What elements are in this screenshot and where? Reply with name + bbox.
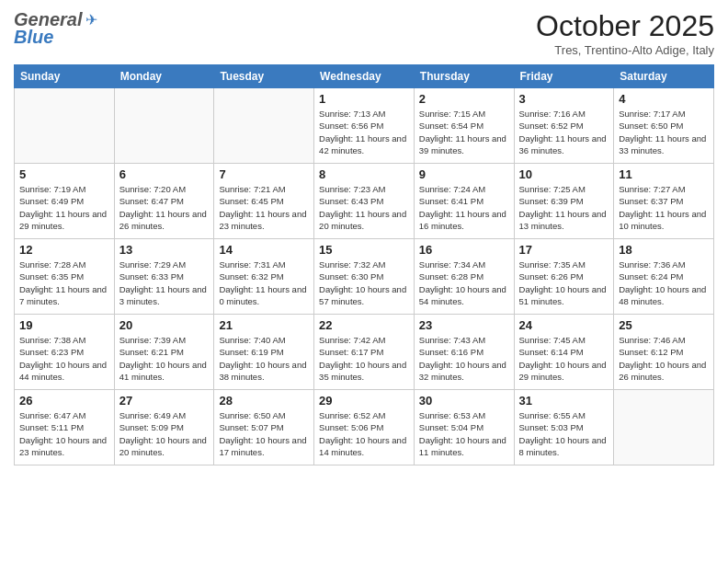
day-info: Sunrise: 7:38 AM Sunset: 6:23 PM Dayligh… <box>19 334 109 383</box>
day-info: Sunrise: 7:23 AM Sunset: 6:43 PM Dayligh… <box>319 183 409 232</box>
title-section: October 2025 Tres, Trentino-Alto Adige, … <box>536 9 714 57</box>
day-info: Sunrise: 7:21 AM Sunset: 6:45 PM Dayligh… <box>219 183 309 232</box>
day-info: Sunrise: 7:34 AM Sunset: 6:28 PM Dayligh… <box>419 259 509 307</box>
day-number: 3 <box>519 92 609 106</box>
table-row: 13Sunrise: 7:29 AM Sunset: 6:33 PM Dayli… <box>114 239 214 315</box>
table-row: 26Sunrise: 6:47 AM Sunset: 5:11 PM Dayli… <box>15 390 115 465</box>
calendar-week-row: 19Sunrise: 7:38 AM Sunset: 6:23 PM Dayli… <box>15 315 714 390</box>
table-row: 21Sunrise: 7:40 AM Sunset: 6:19 PM Dayli… <box>214 315 314 390</box>
table-row: 12Sunrise: 7:28 AM Sunset: 6:35 PM Dayli… <box>15 239 115 315</box>
col-tuesday: Tuesday <box>214 65 314 88</box>
day-info: Sunrise: 7:16 AM Sunset: 6:52 PM Dayligh… <box>519 108 609 156</box>
day-info: Sunrise: 7:24 AM Sunset: 6:41 PM Dayligh… <box>419 183 509 232</box>
table-row <box>114 88 214 164</box>
table-row: 25Sunrise: 7:46 AM Sunset: 6:12 PM Dayli… <box>614 315 714 390</box>
table-row: 28Sunrise: 6:50 AM Sunset: 5:07 PM Dayli… <box>214 390 314 465</box>
day-info: Sunrise: 7:20 AM Sunset: 6:47 PM Dayligh… <box>119 183 210 232</box>
day-info: Sunrise: 7:39 AM Sunset: 6:21 PM Dayligh… <box>119 334 210 383</box>
header: General ✈ Blue October 2025 Tres, Trenti… <box>14 9 714 57</box>
day-info: Sunrise: 6:53 AM Sunset: 5:04 PM Dayligh… <box>419 409 509 458</box>
day-info: Sunrise: 7:28 AM Sunset: 6:35 PM Dayligh… <box>19 259 109 307</box>
table-row: 16Sunrise: 7:34 AM Sunset: 6:28 PM Dayli… <box>414 239 514 315</box>
col-monday: Monday <box>114 65 214 88</box>
table-row: 30Sunrise: 6:53 AM Sunset: 5:04 PM Dayli… <box>414 390 514 465</box>
day-number: 2 <box>419 92 509 106</box>
table-row <box>214 88 314 164</box>
table-row: 11Sunrise: 7:27 AM Sunset: 6:37 PM Dayli… <box>614 164 714 239</box>
day-number: 12 <box>19 243 109 257</box>
day-number: 31 <box>519 394 609 408</box>
day-number: 30 <box>419 394 509 408</box>
day-number: 8 <box>319 167 409 181</box>
day-number: 13 <box>119 243 210 257</box>
table-row: 3Sunrise: 7:16 AM Sunset: 6:52 PM Daylig… <box>514 88 614 164</box>
table-row: 7Sunrise: 7:21 AM Sunset: 6:45 PM Daylig… <box>214 164 314 239</box>
table-row: 10Sunrise: 7:25 AM Sunset: 6:39 PM Dayli… <box>514 164 614 239</box>
table-row: 14Sunrise: 7:31 AM Sunset: 6:32 PM Dayli… <box>214 239 314 315</box>
calendar-week-row: 1Sunrise: 7:13 AM Sunset: 6:56 PM Daylig… <box>15 88 714 164</box>
day-number: 7 <box>219 167 309 181</box>
table-row: 18Sunrise: 7:36 AM Sunset: 6:24 PM Dayli… <box>614 239 714 315</box>
day-info: Sunrise: 7:31 AM Sunset: 6:32 PM Dayligh… <box>219 259 309 307</box>
col-thursday: Thursday <box>414 65 514 88</box>
table-row: 6Sunrise: 7:20 AM Sunset: 6:47 PM Daylig… <box>114 164 214 239</box>
col-saturday: Saturday <box>614 65 714 88</box>
day-number: 26 <box>19 394 109 408</box>
day-info: Sunrise: 7:42 AM Sunset: 6:17 PM Dayligh… <box>319 334 409 383</box>
day-number: 20 <box>119 318 210 332</box>
day-number: 27 <box>119 394 210 408</box>
day-info: Sunrise: 7:40 AM Sunset: 6:19 PM Dayligh… <box>219 334 309 383</box>
day-number: 19 <box>19 318 109 332</box>
day-info: Sunrise: 7:29 AM Sunset: 6:33 PM Dayligh… <box>119 259 210 307</box>
day-info: Sunrise: 7:43 AM Sunset: 6:16 PM Dayligh… <box>419 334 509 383</box>
day-info: Sunrise: 6:47 AM Sunset: 5:11 PM Dayligh… <box>19 409 109 458</box>
day-number: 15 <box>319 243 409 257</box>
day-number: 22 <box>319 318 409 332</box>
day-info: Sunrise: 7:19 AM Sunset: 6:49 PM Dayligh… <box>19 183 109 232</box>
table-row: 9Sunrise: 7:24 AM Sunset: 6:41 PM Daylig… <box>414 164 514 239</box>
table-row: 17Sunrise: 7:35 AM Sunset: 6:26 PM Dayli… <box>514 239 614 315</box>
day-number: 25 <box>619 318 709 332</box>
day-info: Sunrise: 6:49 AM Sunset: 5:09 PM Dayligh… <box>119 409 210 458</box>
day-info: Sunrise: 7:15 AM Sunset: 6:54 PM Dayligh… <box>419 108 509 156</box>
day-number: 1 <box>319 92 409 106</box>
logo: General ✈ Blue <box>14 9 97 48</box>
day-number: 9 <box>419 167 509 181</box>
day-info: Sunrise: 6:52 AM Sunset: 5:06 PM Dayligh… <box>319 409 409 458</box>
day-info: Sunrise: 7:45 AM Sunset: 6:14 PM Dayligh… <box>519 334 609 383</box>
table-row: 31Sunrise: 6:55 AM Sunset: 5:03 PM Dayli… <box>514 390 614 465</box>
day-info: Sunrise: 6:50 AM Sunset: 5:07 PM Dayligh… <box>219 409 309 458</box>
day-number: 18 <box>619 243 709 257</box>
day-number: 28 <box>219 394 309 408</box>
calendar-week-row: 26Sunrise: 6:47 AM Sunset: 5:11 PM Dayli… <box>15 390 714 465</box>
table-row: 2Sunrise: 7:15 AM Sunset: 6:54 PM Daylig… <box>414 88 514 164</box>
day-number: 4 <box>619 92 709 106</box>
day-info: Sunrise: 7:46 AM Sunset: 6:12 PM Dayligh… <box>619 334 709 383</box>
day-number: 14 <box>219 243 309 257</box>
day-number: 17 <box>519 243 609 257</box>
table-row <box>614 390 714 465</box>
table-row: 15Sunrise: 7:32 AM Sunset: 6:30 PM Dayli… <box>314 239 415 315</box>
header-row: Sunday Monday Tuesday Wednesday Thursday… <box>15 65 714 88</box>
col-friday: Friday <box>514 65 614 88</box>
day-info: Sunrise: 7:25 AM Sunset: 6:39 PM Dayligh… <box>519 183 609 232</box>
day-info: Sunrise: 7:13 AM Sunset: 6:56 PM Dayligh… <box>319 108 409 156</box>
day-info: Sunrise: 7:32 AM Sunset: 6:30 PM Dayligh… <box>319 259 409 307</box>
table-row: 27Sunrise: 6:49 AM Sunset: 5:09 PM Dayli… <box>114 390 214 465</box>
day-number: 21 <box>219 318 309 332</box>
day-number: 10 <box>519 167 609 181</box>
location: Tres, Trentino-Alto Adige, Italy <box>536 43 714 57</box>
table-row <box>15 88 115 164</box>
day-number: 16 <box>419 243 509 257</box>
table-row: 1Sunrise: 7:13 AM Sunset: 6:56 PM Daylig… <box>314 88 415 164</box>
table-row: 19Sunrise: 7:38 AM Sunset: 6:23 PM Dayli… <box>15 315 115 390</box>
table-row: 20Sunrise: 7:39 AM Sunset: 6:21 PM Dayli… <box>114 315 214 390</box>
month-title: October 2025 <box>536 9 714 43</box>
logo-wing-icon: ✈ <box>85 11 97 29</box>
day-info: Sunrise: 7:35 AM Sunset: 6:26 PM Dayligh… <box>519 259 609 307</box>
col-sunday: Sunday <box>15 65 115 88</box>
table-row: 5Sunrise: 7:19 AM Sunset: 6:49 PM Daylig… <box>15 164 115 239</box>
day-number: 23 <box>419 318 509 332</box>
calendar-week-row: 5Sunrise: 7:19 AM Sunset: 6:49 PM Daylig… <box>15 164 714 239</box>
day-number: 6 <box>119 167 210 181</box>
